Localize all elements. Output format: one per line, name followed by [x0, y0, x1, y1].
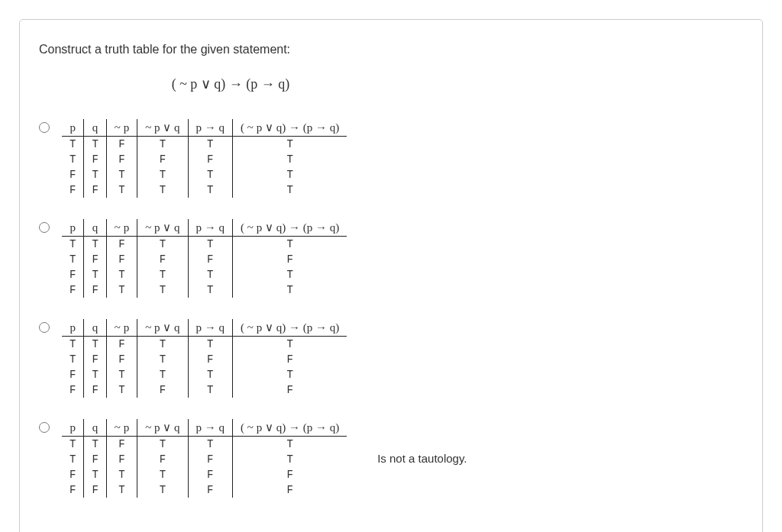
col-header: ~ p ∨ q [137, 419, 188, 437]
col-header: ~ p [106, 419, 137, 437]
table-row: TTFTTT [62, 137, 347, 153]
col-header: p [62, 119, 84, 137]
radio-option-2[interactable] [39, 222, 50, 233]
option-2: p q ~ p ~ p ∨ q p → q ( ~ p ∨ q) → (p → … [39, 219, 743, 298]
col-header: p → q [188, 119, 233, 137]
option-3: p q ~ p ~ p ∨ q p → q ( ~ p ∨ q) → (p → … [39, 319, 743, 398]
radio-option-1[interactable] [39, 122, 50, 133]
table-row: FFTTTT [62, 282, 347, 298]
col-header: ~ p ∨ q [137, 119, 188, 137]
col-header: p → q [188, 319, 233, 337]
table-row: TFFTFF [62, 352, 347, 367]
truth-table-1: p q ~ p ~ p ∨ q p → q ( ~ p ∨ q) → (p → … [62, 119, 347, 198]
truth-table-2: p q ~ p ~ p ∨ q p → q ( ~ p ∨ q) → (p → … [62, 219, 347, 298]
col-header: q [84, 219, 106, 237]
col-header: ~ p [106, 219, 137, 237]
option-note: Is not a tautology. [377, 452, 467, 465]
col-header: ~ p ∨ q [137, 219, 188, 237]
col-header: p [62, 319, 84, 337]
col-header: q [84, 319, 106, 337]
col-header: p → q [188, 419, 233, 437]
col-header: ( ~ p ∨ q) → (p → q) [233, 119, 347, 137]
table-row: FTTTTT [62, 167, 347, 182]
col-header: ( ~ p ∨ q) → (p → q) [233, 319, 347, 337]
col-header: ~ p [106, 119, 137, 137]
table-row: TFFFFF [62, 252, 347, 267]
truth-table-3: p q ~ p ~ p ∨ q p → q ( ~ p ∨ q) → (p → … [62, 319, 347, 398]
col-header: p [62, 219, 84, 237]
col-header: p → q [188, 219, 233, 237]
option-1: p q ~ p ~ p ∨ q p → q ( ~ p ∨ q) → (p → … [39, 119, 743, 198]
col-header: q [84, 419, 106, 437]
radio-option-3[interactable] [39, 322, 50, 333]
table-row: FFTTFF [62, 482, 347, 498]
col-header: ~ p [106, 319, 137, 337]
col-header: ~ p ∨ q [137, 319, 188, 337]
table-row: FTTTTT [62, 267, 347, 282]
col-header: ( ~ p ∨ q) → (p → q) [233, 419, 347, 437]
main-formula: ( ~ p ∨ q) → (p → q) [39, 76, 743, 92]
col-header: ( ~ p ∨ q) → (p → q) [233, 219, 347, 237]
table-row: FTTTTT [62, 367, 347, 382]
table-row: TTFTTT [62, 337, 347, 353]
radio-option-4[interactable] [39, 422, 50, 433]
table-row: FFTFTF [62, 382, 347, 398]
table-row: TFFFFT [62, 452, 347, 467]
option-4: p q ~ p ~ p ∨ q p → q ( ~ p ∨ q) → (p → … [39, 419, 743, 498]
table-row: TTFTTT [62, 437, 347, 453]
table-row: FTTTFF [62, 467, 347, 482]
question-card: Construct a truth table for the given st… [19, 19, 763, 532]
table-row: FFTTTT [62, 182, 347, 198]
question-text: Construct a truth table for the given st… [39, 43, 743, 56]
truth-table-4: p q ~ p ~ p ∨ q p → q ( ~ p ∨ q) → (p → … [62, 419, 347, 498]
table-row: TFFFFT [62, 152, 347, 167]
col-header: q [84, 119, 106, 137]
col-header: p [62, 419, 84, 437]
table-row: TTFTTT [62, 237, 347, 253]
